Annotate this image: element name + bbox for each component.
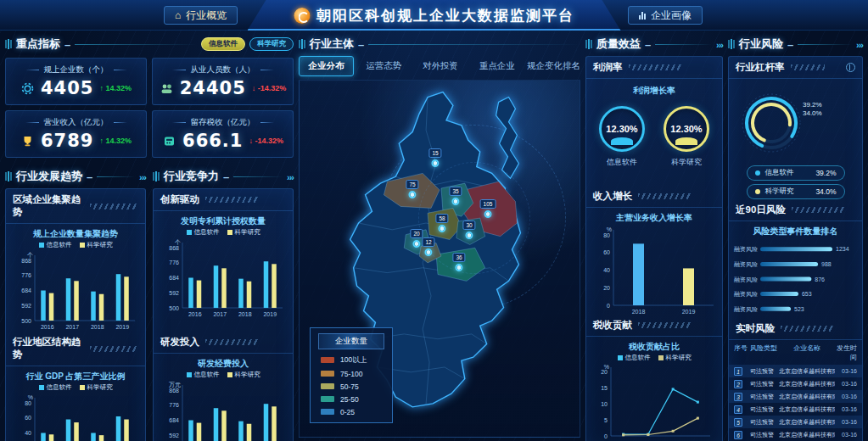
svg-text:融资风险: 融资风险 — [734, 291, 758, 298]
profit-gauges: 12.30% 信息软件 12.30% 科学研究 — [586, 98, 722, 168]
col-header-company: 企业名称 — [779, 343, 835, 362]
svg-text:20: 20 — [603, 285, 610, 291]
section-subtitle: 区域企业集聚趋势 — [13, 193, 84, 219]
section-subtitle-row: 收入增长 — [586, 186, 722, 208]
filter-research-button[interactable]: 科学研究 — [249, 37, 294, 51]
nav-industry-overview[interactable]: ⌂ 行业概览 — [164, 6, 238, 25]
district-map[interactable]: 1575351055830201236 企业数量 100以上75-10050-7… — [299, 80, 580, 438]
row-index: 4 — [734, 405, 750, 414]
chart-leverage-donut: 39.2%34.0% — [729, 79, 862, 162]
panel-title: 质量效益 — [596, 36, 641, 52]
company-name: 北京启信卓越科技有限公司 — [779, 393, 835, 401]
legend-entry: 科学研究 — [227, 371, 260, 379]
chart-title: 税收贡献占比 — [629, 341, 680, 353]
svg-text:个: 个 — [27, 252, 33, 258]
tab-规企变化排名[interactable]: 规企变化排名 — [527, 57, 580, 75]
hatch-decoration — [638, 322, 691, 328]
profit-chart-title: 利润增长率 — [586, 85, 722, 97]
section-subtitle-row: 行业杠杆率 — [729, 57, 862, 79]
event-time: 03-16 — [835, 368, 857, 374]
svg-text:15: 15 — [601, 385, 608, 391]
event-time: 03-16 — [835, 406, 857, 412]
map-marker[interactable]: 105 — [480, 199, 496, 218]
map-marker[interactable]: 58 — [435, 214, 448, 232]
more-arrows-icon[interactable] — [856, 38, 863, 51]
quality-benefit-card: 利润率 利润增长率 12.30% 信息软件 12.30% 科 — [585, 56, 723, 441]
risk-table-body: 1司法预警北京启信卓越科技有限公司03-162司法预警北京启信卓越科技有限公司0… — [729, 365, 862, 441]
bar-chart-icon — [639, 11, 646, 20]
filter-software-button[interactable]: 信息软件 — [201, 37, 245, 51]
col-header-no: 序号 — [734, 343, 750, 362]
svg-text:523: 523 — [794, 306, 804, 312]
section-recent-risk: 近90日风险 风险类型事件数量排名融资风险1234融资风险988融资风险876融… — [729, 199, 862, 318]
tab-运营态势[interactable]: 运营态势 — [357, 57, 411, 75]
line-decoration — [798, 44, 852, 45]
map-marker[interactable]: 12 — [422, 237, 434, 256]
platform-title-wrap: 朝阳区科创规上企业大数据监测平台 — [294, 0, 574, 31]
more-arrows-icon[interactable] — [287, 170, 294, 183]
kpi-value: 4405 — [41, 78, 93, 98]
dash-decoration — [223, 170, 229, 183]
line-decoration — [368, 44, 580, 45]
risk-table-row[interactable]: 3司法预警北京启信卓越科技有限公司03-16 — [729, 390, 862, 403]
chart-title: 规上企业数量集聚趋势 — [33, 228, 118, 240]
more-arrows-icon[interactable] — [139, 170, 146, 183]
pin-icon — [484, 210, 491, 218]
section-rnd: 研发投入 研发经费投入信息软件科学研究500592684776868万元2016… — [154, 332, 293, 441]
legend-swatch — [321, 409, 334, 415]
kpi-trend: ↓ -14.32% — [249, 137, 283, 145]
section-region-cluster: 区域企业集聚趋势 规上企业数量集聚趋势信息软件科学研究5005926847768… — [6, 189, 145, 332]
section-subtitle-row: 行业地区结构趋势 — [6, 332, 145, 366]
risk-type: 司法预警 — [750, 380, 779, 388]
gauge-wave — [675, 137, 697, 145]
map-marker[interactable]: 30 — [462, 220, 475, 239]
gauge-circle: 12.30% — [599, 106, 645, 152]
coin-icon[interactable] — [846, 63, 855, 72]
map-marker[interactable]: 36 — [452, 253, 465, 271]
section-realtime-risk: 实时风险 序号 风险类型 企业名称 发生时间 1司法预警北京启信卓越科技有限公司… — [729, 318, 862, 441]
panel-title: 行业风险 — [739, 36, 783, 52]
dot-icon — [755, 170, 760, 176]
map-marker[interactable]: 75 — [406, 180, 418, 198]
svg-text:653: 653 — [801, 291, 811, 297]
risk-table-row[interactable]: 1司法预警北京启信卓越科技有限公司03-16 — [729, 365, 862, 377]
tab-重点企业[interactable]: 重点企业 — [470, 57, 524, 75]
chart-patents: 发明专利累计授权数量信息软件科学研究500592684776868个201620… — [154, 211, 293, 332]
svg-text:万元: 万元 — [169, 382, 181, 388]
risk-type: 司法预警 — [750, 393, 779, 401]
hatch-decoration — [629, 64, 681, 70]
risk-table-row[interactable]: 6司法预警北京启信卓越科技有限公司03-16 — [729, 428, 862, 441]
map-legend-item: 50-75 — [311, 380, 392, 393]
svg-text:40: 40 — [603, 267, 610, 273]
svg-text:876: 876 — [815, 276, 825, 282]
section-subtitle-row: 区域企业集聚趋势 — [6, 189, 145, 224]
kpi-trend: ↓ -14.32% — [252, 84, 287, 92]
dash-decoration — [87, 170, 92, 183]
section-subtitle: 税收贡献 — [593, 319, 632, 332]
chart-title: 主营业务收入增长率 — [616, 212, 692, 224]
risk-table-header: 序号 风险类型 企业名称 发生时间 — [729, 340, 862, 365]
tab-企业分布[interactable]: 企业分布 — [299, 56, 354, 76]
map-legend-title: 企业数量 — [318, 333, 384, 349]
leverage-legend-research[interactable]: 科学研究 34.0% — [747, 184, 845, 199]
risk-table-row[interactable]: 2司法预警北京启信卓越科技有限公司03-16 — [729, 377, 862, 390]
section-subtitle: 利润率 — [593, 61, 623, 74]
leverage-legend-software[interactable]: 信息软件 39.2% — [747, 165, 845, 181]
svg-text:684: 684 — [169, 275, 179, 281]
marker-count: 105 — [480, 199, 496, 209]
chart-legend: 信息软件科学研究 — [187, 371, 260, 379]
map-marker[interactable]: 35 — [449, 187, 462, 205]
map-marker[interactable]: 15 — [428, 148, 441, 167]
risk-table-row[interactable]: 4司法预警北京启信卓越科技有限公司03-16 — [729, 403, 862, 416]
risk-table-row[interactable]: 5司法预警北京启信卓越科技有限公司03-16 — [729, 416, 862, 428]
svg-text:684: 684 — [21, 287, 31, 293]
more-arrows-icon[interactable] — [716, 38, 723, 51]
tab-对外投资[interactable]: 对外投资 — [414, 57, 468, 75]
nav-enterprise-portrait[interactable]: 企业画像 — [628, 6, 703, 25]
map-legend-item: 100以上 — [311, 353, 392, 367]
hatch-decoration — [791, 64, 825, 70]
map-legend-item: 25-50 — [311, 393, 392, 405]
section-subtitle-row: 创新驱动 — [154, 189, 293, 211]
map-marker[interactable]: 20 — [410, 229, 423, 248]
svg-text:0: 0 — [607, 303, 610, 309]
